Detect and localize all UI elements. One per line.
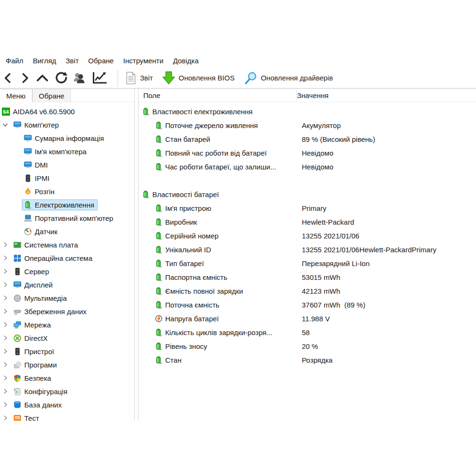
chart-icon	[90, 71, 109, 85]
bios-update-button[interactable]: Оновлення BIOS	[162, 71, 235, 85]
chevron-right-icon[interactable]	[1, 241, 9, 248]
table-row[interactable]: Властивості батареї	[139, 188, 476, 201]
sidebar-item-ipmi[interactable]: IPMI	[0, 171, 134, 185]
value-cell: Primary	[297, 204, 327, 212]
flame-icon	[24, 188, 32, 196]
column-header-field[interactable]: Поле	[139, 91, 292, 99]
forward-button[interactable]	[19, 71, 31, 85]
table-row[interactable]: Напруга батареї11.988 V	[139, 312, 476, 326]
menu-item-favorites[interactable]: Обране	[83, 55, 119, 67]
sidebar-item-server[interactable]: Сервер	[0, 265, 134, 278]
sidebar-item-motherboard[interactable]: Системна плата	[0, 238, 134, 251]
field-label: Властивості батареї	[152, 190, 219, 198]
chevron-right-icon[interactable]	[1, 414, 9, 421]
sidebar-item-network[interactable]: Мережа	[0, 318, 134, 331]
sidebar-item-programs[interactable]: Програми	[0, 358, 134, 371]
chevron-right-icon[interactable]	[1, 374, 9, 382]
sidebar-item-security[interactable]: Безпека	[0, 371, 134, 385]
table-row[interactable]: Рівень зносу20 %	[139, 339, 476, 353]
sidebar-item-power-management[interactable]: Електроживлення	[0, 198, 134, 211]
tab-favorites[interactable]: Обране	[32, 89, 71, 102]
users-button[interactable]	[72, 71, 86, 85]
sidebar-item-multimedia[interactable]: Мультимедіа	[0, 291, 134, 305]
sidebar-item-computer[interactable]: Комп'ютер	[0, 118, 134, 131]
gauge-icon	[24, 228, 32, 236]
list-header: Поле Значення	[139, 89, 476, 102]
sidebar-item-aida64-root[interactable]: 64AIDA64 v6.60.5900	[0, 105, 134, 118]
battery-icon	[142, 108, 150, 116]
sidebar-item-computer-name[interactable]: Ім'я комп'ютера	[0, 145, 134, 158]
tree-item-content: Програми	[11, 359, 60, 370]
chevron-right-icon[interactable]	[1, 321, 9, 328]
table-row[interactable]: Повний час роботи від батареїНевідомо	[139, 146, 476, 160]
sidebar-item-database[interactable]: База даних	[0, 398, 134, 411]
sidebar-item-sensor[interactable]: Датчик	[0, 225, 134, 238]
field-cell: Унікальний ID	[139, 246, 297, 254]
chevron-right-icon[interactable]	[1, 307, 9, 315]
menu-item-tools[interactable]: Інструменти	[119, 55, 169, 67]
sidebar-item-directx[interactable]: DirectX	[0, 331, 134, 345]
battery-icon	[155, 204, 163, 212]
tab-menu[interactable]: Меню	[0, 89, 32, 102]
chevron-right-icon[interactable]	[1, 268, 9, 275]
report-button[interactable]: Звіт	[125, 71, 153, 85]
chevron-right-icon[interactable]	[1, 334, 9, 342]
chevron-right-icon[interactable]	[1, 347, 9, 355]
table-row[interactable]: Поточне джерело живленняАкумулятор	[139, 119, 476, 132]
sidebar-item-label: Системна плата	[24, 241, 78, 249]
table-row[interactable]: Ім'я пристроюPrimary	[139, 201, 476, 215]
table-row[interactable]: Унікальний ID13255 2021/01/06Hewlett-Pac…	[139, 243, 476, 257]
menu-item-report[interactable]: Звіт	[61, 55, 83, 67]
sidebar-item-overclock[interactable]: Розгін	[0, 185, 134, 198]
chevron-right-icon[interactable]	[1, 294, 9, 302]
column-header-value[interactable]: Значення	[292, 91, 328, 99]
sidebar-item-summary-information[interactable]: Сумарна інформація	[0, 131, 134, 145]
tree-item-content: Розгін	[22, 186, 58, 197]
sidebar-item-benchmark[interactable]: Тест	[0, 411, 134, 421]
chevron-right-icon[interactable]	[1, 387, 9, 395]
sidebar-item-configuration[interactable]: Конфігурація	[0, 385, 134, 398]
speaker-icon	[13, 294, 21, 302]
table-row[interactable]: Властивості електроживлення	[139, 105, 476, 119]
table-row[interactable]: Поточна ємність37607 mWh (89 %)	[139, 298, 476, 312]
table-row[interactable]: Ємність повної зарядки42123 mWh	[139, 284, 476, 298]
config-icon	[13, 387, 21, 396]
up-button[interactable]	[35, 71, 50, 85]
table-row[interactable]: Час роботи батареї, що залиши...Невідомо	[139, 160, 476, 174]
value-cell: Розрядка	[297, 356, 333, 364]
menu-item-help[interactable]: Довідка	[168, 55, 203, 67]
chevron-right-icon[interactable]	[1, 281, 9, 288]
refresh-button[interactable]	[54, 71, 68, 85]
field-label: Виробник	[165, 218, 197, 226]
sidebar-item-devices[interactable]: Пристрої	[0, 345, 134, 358]
tree-item-content: Електроживлення	[22, 199, 98, 210]
table-row[interactable]: Тип батареїПерезарядний Li-Ion	[139, 257, 476, 270]
menu-item-view[interactable]: Вигляд	[28, 55, 61, 67]
field-cell: Властивості батареї	[139, 190, 297, 198]
sidebar-item-dmi[interactable]: DMI	[0, 158, 134, 171]
table-row[interactable]: Стан батарей89 % (Високий рівень)	[139, 132, 476, 146]
sidebar-item-display[interactable]: Дисплей	[0, 278, 134, 291]
table-row[interactable]: Серійний номер13255 2021/01/06	[139, 229, 476, 243]
back-button[interactable]	[2, 71, 14, 85]
field-cell: Ім'я пристрою	[139, 204, 297, 212]
sidebar-item-operating-system[interactable]: Операційна система	[0, 251, 134, 265]
menu-item-file[interactable]: Файл	[1, 55, 28, 67]
table-row[interactable]: СтанРозрядка	[139, 353, 476, 367]
chevron-right-icon[interactable]	[1, 361, 9, 368]
sidebar-tabs: МенюОбране	[0, 89, 134, 102]
chart-button[interactable]	[90, 71, 109, 85]
table-row[interactable]: Паспортна ємність53015 mWh	[139, 270, 476, 284]
field-cell: Властивості електроживлення	[139, 108, 297, 116]
sidebar-item-portable-computer[interactable]: Портативний комп'ютер	[0, 211, 134, 225]
table-row[interactable]: Кількість циклів зарядки-розря...58	[139, 326, 476, 339]
battery-icon	[155, 287, 163, 295]
driver-update-button[interactable]: Оновлення драйверів	[244, 71, 333, 85]
sidebar-item-storage[interactable]: Збереження даних	[0, 305, 134, 318]
tree-item-content: База даних	[11, 399, 65, 410]
table-row[interactable]: ВиробникHewlett-Packard	[139, 215, 476, 229]
chevron-right-icon[interactable]	[1, 401, 9, 408]
chevron-down-icon[interactable]	[1, 121, 9, 129]
chevron-right-icon[interactable]	[1, 254, 9, 262]
column-divider[interactable]	[297, 89, 297, 102]
